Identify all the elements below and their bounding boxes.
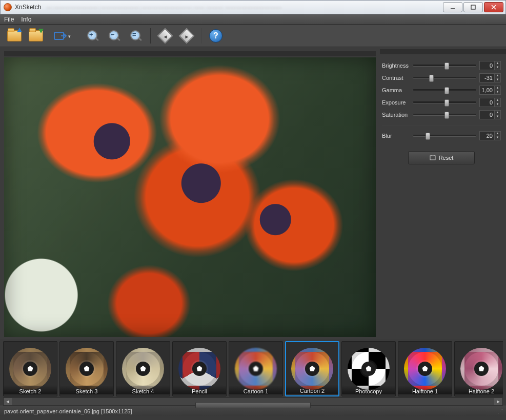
slider-row-gamma: Gamma1,00▲▼ — [382, 84, 501, 96]
effect-label: Photocopy — [342, 385, 395, 394]
effect-label: Sketch 2 — [4, 385, 57, 394]
zoom-fit-button[interactable]: = — [127, 27, 145, 45]
contrast-label: Contrast — [382, 75, 413, 81]
export-button[interactable] — [48, 27, 73, 45]
effect-thumb-icon — [348, 348, 390, 390]
resize-grip-icon[interactable]: ⋰ — [498, 408, 502, 414]
next-icon: ► — [178, 28, 194, 44]
zoom-fit-icon: = — [129, 29, 143, 43]
effect-thumb-icon — [404, 348, 446, 390]
effect-thumb-icon — [460, 348, 502, 390]
brightness-slider[interactable] — [413, 65, 476, 67]
effect-label: Sketch 3 — [60, 385, 113, 394]
scroll-left-icon[interactable]: ◄ — [4, 398, 12, 405]
open-button[interactable] — [5, 27, 24, 45]
prev-icon: ◄ — [157, 28, 173, 44]
contrast-spin[interactable]: -31▲▼ — [479, 73, 501, 82]
zoom-out-button[interactable]: − — [105, 27, 124, 45]
gamma-slider[interactable] — [413, 89, 476, 91]
effect-label: Cartoon 1 — [229, 385, 282, 394]
saturation-label: Saturation — [382, 112, 413, 118]
zoom-in-button[interactable]: + — [84, 27, 102, 45]
effect-thumb-icon — [235, 348, 277, 390]
svg-rect-1 — [471, 5, 475, 9]
exposure-slider[interactable] — [413, 101, 476, 103]
zoom-in-icon: + — [86, 29, 99, 43]
canvas-zone — [0, 47, 380, 339]
effect-thumb-icon — [9, 348, 51, 390]
effect-label: Pencil — [173, 385, 226, 394]
brightness-spin[interactable]: 0▲▼ — [479, 61, 501, 70]
save-button[interactable] — [27, 27, 45, 45]
slider-row-saturation: Saturation0▲▼ — [382, 109, 501, 121]
gamma-label: Gamma — [382, 87, 413, 93]
effect-halftone-2[interactable]: Halftone 2 — [454, 341, 503, 396]
effects-strip-wrap: Sketch 2Sketch 3Sketch 4PencilCartoon 1C… — [0, 339, 506, 406]
folder-save-icon — [29, 30, 43, 41]
adjustments-panel: Brightness0▲▼Contrast-31▲▼Gamma1,00▲▼Exp… — [380, 47, 506, 339]
zoom-out-icon: − — [108, 29, 121, 43]
slider-row-contrast: Contrast-31▲▼ — [382, 72, 501, 84]
blur-slider[interactable] — [413, 135, 476, 137]
effects-strip: Sketch 2Sketch 3Sketch 4PencilCartoon 1C… — [3, 339, 503, 397]
effect-label: Cartoon 2 — [286, 385, 338, 394]
effect-label: Sketch 4 — [116, 385, 170, 394]
blur-row: Blur 20▲▼ — [382, 130, 501, 142]
blur-label: Blur — [382, 133, 413, 139]
effect-halftone-1[interactable]: Halftone 1 — [398, 341, 452, 396]
app-icon — [4, 3, 12, 11]
close-button[interactable] — [484, 2, 503, 12]
effect-pencil[interactable]: Pencil — [172, 341, 227, 396]
scroll-right-icon[interactable]: ► — [494, 398, 502, 405]
help-button[interactable]: ? — [207, 27, 225, 45]
image-canvas[interactable] — [4, 57, 376, 337]
menu-file[interactable]: File — [4, 16, 14, 23]
effect-photocopy[interactable]: Photocopy — [341, 341, 396, 396]
gamma-spin[interactable]: 1,00▲▼ — [479, 86, 501, 95]
effect-cartoon-1[interactable]: Cartoon 1 — [229, 341, 283, 396]
exposure-label: Exposure — [382, 99, 413, 106]
svg-rect-5 — [430, 156, 435, 160]
reset-icon — [430, 155, 436, 161]
effect-cartoon-2[interactable]: Cartoon 2 — [285, 341, 339, 396]
reset-button[interactable]: Reset — [408, 151, 475, 164]
contrast-slider[interactable] — [413, 77, 476, 79]
maximize-button[interactable] — [463, 2, 483, 12]
menubar: File Info — [0, 14, 506, 25]
effect-sketch-2[interactable]: Sketch 2 — [3, 341, 57, 396]
status-text: pavot-orient_papaver-orientale_06.jpg [1… — [4, 408, 132, 414]
scroll-thumb[interactable] — [195, 402, 311, 408]
prev-image-button[interactable]: ◄ — [156, 27, 174, 45]
titlebar-extra: — ———————— ——————— ————————— —— ——— ————… — [46, 4, 437, 10]
effect-thumb-icon — [291, 348, 333, 390]
export-icon — [54, 30, 67, 41]
effect-label: Halftone 2 — [455, 385, 503, 394]
effect-thumb-icon — [122, 348, 164, 390]
slider-row-brightness: Brightness0▲▼ — [382, 59, 501, 72]
saturation-spin[interactable]: 0▲▼ — [479, 110, 501, 119]
folder-open-icon — [7, 30, 22, 41]
brightness-label: Brightness — [382, 62, 413, 69]
effect-thumb-icon — [66, 348, 108, 390]
minimize-button[interactable] — [443, 2, 462, 12]
menu-info[interactable]: Info — [21, 16, 31, 23]
window-title: XnSketch — [15, 4, 41, 11]
exposure-spin[interactable]: 0▲▼ — [479, 98, 501, 107]
titlebar: XnSketch — ———————— ——————— ————————— ——… — [0, 0, 506, 14]
help-icon: ? — [209, 29, 222, 43]
effect-label: Halftone 1 — [398, 385, 452, 394]
effects-scrollbar[interactable]: ◄ ► — [3, 397, 503, 406]
next-image-button[interactable]: ► — [177, 27, 196, 45]
effect-sketch-4[interactable]: Sketch 4 — [116, 341, 170, 396]
effect-thumb-icon — [178, 348, 220, 390]
saturation-slider[interactable] — [413, 114, 476, 116]
blur-spin[interactable]: 20▲▼ — [479, 131, 501, 140]
effect-sketch-3[interactable]: Sketch 3 — [59, 341, 114, 396]
toolbar: + − = ◄ ► ? — [0, 25, 506, 47]
slider-row-exposure: Exposure0▲▼ — [382, 96, 501, 109]
